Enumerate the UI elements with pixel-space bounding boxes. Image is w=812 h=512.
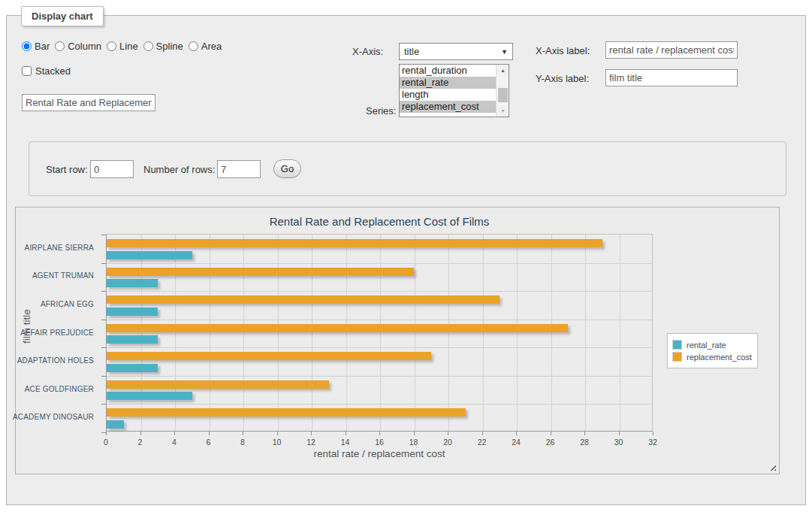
chart-type-label: Bar <box>35 41 50 52</box>
gridline-horizontal <box>107 320 652 320</box>
scrollbar-up-arrow-icon[interactable]: ▲ <box>497 65 509 76</box>
legend-swatch-replacement_cost <box>672 352 682 362</box>
bar-replacement_cost <box>107 295 500 304</box>
bar-rental_rate <box>107 279 158 287</box>
y-tick-mark <box>101 376 106 377</box>
gridline-horizontal <box>107 347 652 348</box>
chart-title-input[interactable] <box>22 94 155 111</box>
gridline-vertical <box>585 235 586 431</box>
x-tick-mark <box>482 432 483 435</box>
x-tick-label: 12 <box>306 438 315 447</box>
x-tick-label: 8 <box>240 438 245 447</box>
chart-type-radio-spline[interactable] <box>143 41 153 51</box>
x-tick-label: 28 <box>580 438 589 447</box>
category-label: AIRPLANE SIERRA <box>25 244 94 252</box>
category-label: AFFAIR PREJUDICE <box>20 329 94 337</box>
gridline-vertical <box>346 235 347 431</box>
chart-type-radio-area[interactable] <box>189 41 198 51</box>
series-option-rental_duration[interactable]: rental_duration <box>400 65 509 77</box>
bar-replacement_cost <box>107 239 602 247</box>
gridline-vertical <box>278 235 279 431</box>
x-tick-label: 30 <box>614 438 623 447</box>
chart-resize-handle-icon[interactable] <box>768 462 776 471</box>
go-button[interactable]: Go <box>273 159 301 178</box>
x-axis-select[interactable]: title ▼ <box>399 43 513 60</box>
series-select-label: Series: <box>366 105 396 117</box>
x-tick-label: 4 <box>172 438 177 447</box>
series-option-rental_rate[interactable]: rental_rate <box>400 77 509 89</box>
x-tick-mark <box>243 432 243 435</box>
series-option-replacement_cost[interactable]: replacement_cost <box>400 101 509 113</box>
x-tick-mark <box>311 432 312 435</box>
bar-rental_rate <box>107 420 124 429</box>
x-axis-selected-value: title <box>404 46 419 57</box>
chart-type-option-line[interactable]: Line <box>107 41 138 52</box>
scrollbar-thumb[interactable] <box>498 88 508 102</box>
category-label: AGENT TRUMAN <box>32 271 94 280</box>
gridline-vertical <box>312 235 312 431</box>
gridline-vertical <box>141 235 142 431</box>
bar-rental_rate <box>107 308 158 316</box>
legend-item: rental_rate <box>672 340 752 350</box>
bar-rental_rate <box>107 335 158 344</box>
series-option-length[interactable]: length <box>400 89 509 101</box>
chart-type-radio-group: BarColumnLineSplineArea <box>22 41 227 52</box>
y-tick-mark <box>101 320 106 320</box>
gridline-vertical <box>210 235 210 431</box>
chart-category-labels: AIRPLANE SIERRAAGENT TRUMANAFRICAN EGGAF… <box>16 234 100 432</box>
legend-label: rental_rate <box>687 341 726 350</box>
x-tick-mark <box>346 432 346 435</box>
gridline-vertical <box>380 235 381 431</box>
category-label: AFRICAN EGG <box>41 300 94 308</box>
gridline-vertical <box>620 235 620 431</box>
gridline-vertical <box>483 235 484 431</box>
start-row-input[interactable] <box>90 160 134 178</box>
chart-type-label: Spline <box>156 41 183 52</box>
x-tick-label: 10 <box>273 438 282 447</box>
y-tick-mark <box>101 404 106 404</box>
gridline-vertical <box>551 235 552 431</box>
chart-type-label: Line <box>119 41 138 52</box>
x-tick-label: 2 <box>138 438 143 447</box>
bar-replacement_cost <box>107 352 431 360</box>
x-tick-mark <box>448 432 448 435</box>
scrollbar-down-arrow-icon[interactable]: ▼ <box>497 105 509 117</box>
x-axis-label-input[interactable] <box>605 41 738 59</box>
x-tick-mark <box>584 432 585 435</box>
chart-type-radio-column[interactable] <box>55 41 65 51</box>
x-tick-label: 26 <box>546 438 555 447</box>
chart-container: Rental Rate and Replacement Cost of Film… <box>15 207 780 474</box>
x-tick-mark <box>551 432 551 435</box>
x-tick-label: 0 <box>104 438 108 447</box>
scrollbar[interactable]: ▲ ▼ <box>496 65 509 117</box>
x-tick-mark <box>653 432 654 435</box>
chart-type-option-area[interactable]: Area <box>189 41 222 52</box>
y-axis-label-input[interactable] <box>605 69 738 86</box>
chart-type-label: Column <box>68 41 101 52</box>
stacked-label: Stacked <box>35 65 71 77</box>
chart-type-option-spline[interactable]: Spline <box>143 41 183 52</box>
fieldset-legend: Display chart <box>21 6 104 26</box>
chart-type-radio-bar[interactable] <box>22 41 32 51</box>
rows-panel: Start row: Number of rows: Go <box>29 141 786 196</box>
x-tick-mark <box>379 432 380 435</box>
chart-plot-area <box>106 234 653 432</box>
category-label: ACE GOLDFINGER <box>25 385 94 393</box>
x-tick-mark <box>209 432 210 435</box>
start-row-label: Start row: <box>46 164 88 175</box>
chart-type-radio-line[interactable] <box>107 41 116 51</box>
x-tick-mark <box>516 432 517 435</box>
y-axis-label-caption: Y-Axis label: <box>536 73 589 84</box>
series-multiselect[interactable]: rental_durationrental_ratelengthreplacem… <box>399 64 509 117</box>
stacked-checkbox[interactable] <box>22 66 32 76</box>
x-axis-select-label: X-Axis: <box>352 46 383 57</box>
chart-type-option-bar[interactable]: Bar <box>22 41 50 52</box>
legend-swatch-rental_rate <box>672 340 682 350</box>
number-of-rows-input[interactable] <box>217 160 261 178</box>
category-label: ACADEMY DINOSAUR <box>13 413 94 421</box>
x-tick-label: 16 <box>375 438 384 447</box>
chart-x-axis-title: rental rate / replacement cost <box>106 448 653 459</box>
bar-replacement_cost <box>107 380 329 389</box>
chart-type-option-column[interactable]: Column <box>55 41 101 52</box>
gridline-vertical <box>243 235 244 431</box>
